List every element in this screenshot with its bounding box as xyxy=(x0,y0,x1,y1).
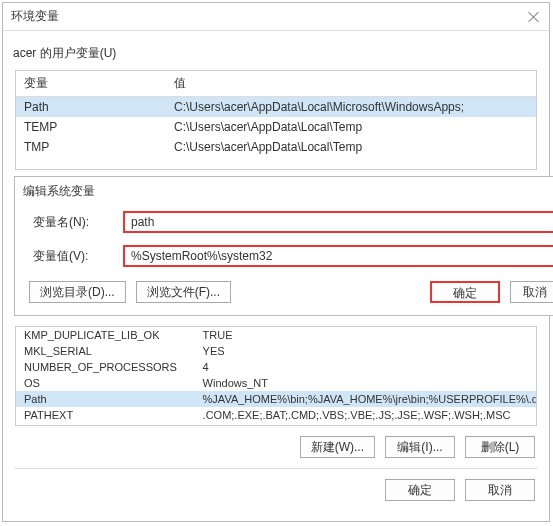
delete-button[interactable]: 删除(L) xyxy=(465,436,535,458)
table-row[interactable]: TMPC:\Users\acer\AppData\Local\Temp xyxy=(16,137,536,157)
edit-titlebar: 编辑系统变量 xyxy=(15,177,553,205)
user-vars-table[interactable]: 变量 值 PathC:\Users\acer\AppData\Local\Mic… xyxy=(15,70,537,170)
var-value-input[interactable] xyxy=(123,245,553,267)
table-row[interactable]: TEMPC:\Users\acer\AppData\Local\Temp xyxy=(16,117,536,137)
name-label: 变量名(N): xyxy=(33,214,113,231)
table-row[interactable]: PATHEXT.COM;.EXE;.BAT;.CMD;.VBS;.VBE;.JS… xyxy=(16,407,537,423)
table-row[interactable]: KMP_DUPLICATE_LIB_OKTRUE xyxy=(16,327,537,343)
browse-dir-button[interactable]: 浏览目录(D)... xyxy=(29,281,126,303)
var-name-input[interactable] xyxy=(123,211,553,233)
col-header-var[interactable]: 变量 xyxy=(16,71,166,97)
env-title: 环境变量 xyxy=(11,8,59,25)
table-row[interactable]: Path%JAVA_HOME%\bin;%JAVA_HOME%\jre\bin;… xyxy=(16,391,537,407)
name-row: 变量名(N): xyxy=(15,205,553,239)
cancel-button[interactable]: 取消 xyxy=(510,281,553,303)
system-vars-table[interactable]: KMP_DUPLICATE_LIB_OKTRUE MKL_SERIALYES N… xyxy=(15,326,537,426)
edit-title: 编辑系统变量 xyxy=(23,183,95,200)
dialog-buttons: 确定 取消 xyxy=(3,473,549,507)
sys-vars-buttons: 新建(W)... 编辑(I)... 删除(L) xyxy=(3,430,549,464)
new-button[interactable]: 新建(W)... xyxy=(300,436,375,458)
cancel-button[interactable]: 取消 xyxy=(465,479,535,501)
close-icon[interactable] xyxy=(527,10,541,24)
edit-var-window: 编辑系统变量 变量名(N): 变量值(V): 浏览目录(D)... 浏览文件(F… xyxy=(14,176,553,316)
browse-file-button[interactable]: 浏览文件(F)... xyxy=(136,281,231,303)
table-row[interactable]: NUMBER_OF_PROCESSORS4 xyxy=(16,359,537,375)
edit-button[interactable]: 编辑(I)... xyxy=(385,436,455,458)
table-row[interactable]: PathC:\Users\acer\AppData\Local\Microsof… xyxy=(16,97,536,118)
table-row[interactable]: MKL_SERIALYES xyxy=(16,343,537,359)
value-row: 变量值(V): xyxy=(15,239,553,273)
ok-button[interactable]: 确定 xyxy=(430,281,500,303)
ok-button[interactable]: 确定 xyxy=(385,479,455,501)
edit-buttons: 浏览目录(D)... 浏览文件(F)... 确定 取消 xyxy=(15,273,553,311)
table-row[interactable]: OSWindows_NT xyxy=(16,375,537,391)
env-titlebar: 环境变量 xyxy=(3,3,549,31)
user-vars-label: acer 的用户变量(U) xyxy=(3,31,549,66)
col-header-val[interactable]: 值 xyxy=(166,71,536,97)
table-row[interactable]: PROCESSOR_ARCHITECTUREAMD64 xyxy=(16,423,537,426)
value-label: 变量值(V): xyxy=(33,248,113,265)
